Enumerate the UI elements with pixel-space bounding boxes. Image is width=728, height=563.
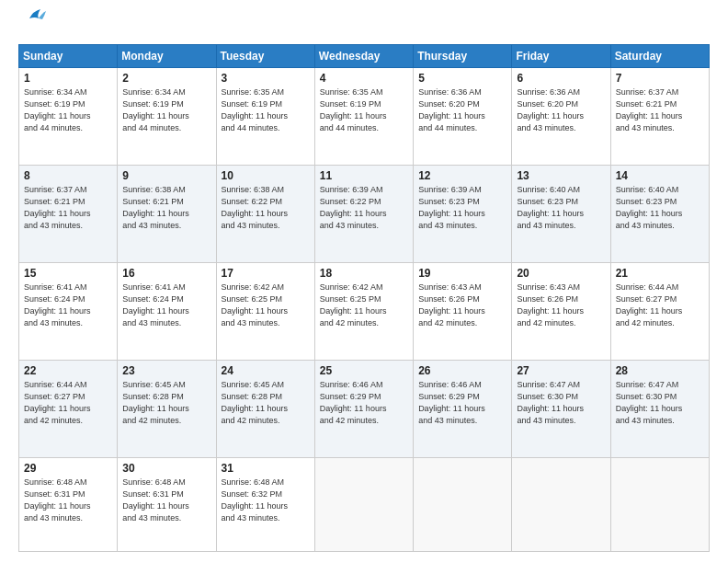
header xyxy=(18,17,710,35)
day-info: Sunrise: 6:44 AM Sunset: 6:27 PM Dayligh… xyxy=(24,379,112,427)
calendar-cell xyxy=(314,457,413,551)
day-info: Sunrise: 6:40 AM Sunset: 6:23 PM Dayligh… xyxy=(517,184,605,232)
calendar-cell: 2Sunrise: 6:34 AM Sunset: 6:19 PM Daylig… xyxy=(118,67,216,165)
calendar-cell: 15Sunrise: 6:41 AM Sunset: 6:24 PM Dayli… xyxy=(19,262,118,360)
calendar-cell: 13Sunrise: 6:40 AM Sunset: 6:23 PM Dayli… xyxy=(512,165,610,262)
calendar-cell: 10Sunrise: 6:38 AM Sunset: 6:22 PM Dayli… xyxy=(216,165,314,262)
calendar-cell: 19Sunrise: 6:43 AM Sunset: 6:26 PM Dayli… xyxy=(414,262,512,360)
calendar-cell xyxy=(610,457,709,551)
day-number: 29 xyxy=(24,462,112,475)
day-info: Sunrise: 6:47 AM Sunset: 6:30 PM Dayligh… xyxy=(517,379,605,427)
logo-bird-icon xyxy=(20,7,46,28)
day-info: Sunrise: 6:45 AM Sunset: 6:28 PM Dayligh… xyxy=(222,379,310,427)
day-info: Sunrise: 6:41 AM Sunset: 6:24 PM Dayligh… xyxy=(24,282,112,329)
day-number: 19 xyxy=(418,267,506,280)
day-number: 31 xyxy=(222,462,310,475)
calendar-cell: 27Sunrise: 6:47 AM Sunset: 6:30 PM Dayli… xyxy=(512,360,610,457)
day-number: 18 xyxy=(320,267,408,280)
day-info: Sunrise: 6:40 AM Sunset: 6:23 PM Dayligh… xyxy=(616,184,704,232)
calendar-body: 1Sunrise: 6:34 AM Sunset: 6:19 PM Daylig… xyxy=(19,67,710,551)
day-info: Sunrise: 6:48 AM Sunset: 6:31 PM Dayligh… xyxy=(24,477,112,524)
calendar-cell: 24Sunrise: 6:45 AM Sunset: 6:28 PM Dayli… xyxy=(216,360,314,457)
day-number: 30 xyxy=(122,462,210,475)
day-info: Sunrise: 6:48 AM Sunset: 6:31 PM Dayligh… xyxy=(122,477,210,524)
day-number: 22 xyxy=(24,364,112,377)
calendar-cell: 23Sunrise: 6:45 AM Sunset: 6:28 PM Dayli… xyxy=(118,360,216,457)
day-number: 14 xyxy=(616,169,704,182)
day-info: Sunrise: 6:43 AM Sunset: 6:26 PM Dayligh… xyxy=(418,282,506,329)
day-of-week-row: SundayMondayTuesdayWednesdayThursdayFrid… xyxy=(19,44,710,67)
day-number: 15 xyxy=(24,267,112,280)
calendar-cell: 11Sunrise: 6:39 AM Sunset: 6:22 PM Dayli… xyxy=(314,165,413,262)
calendar-cell: 1Sunrise: 6:34 AM Sunset: 6:19 PM Daylig… xyxy=(19,67,118,165)
day-number: 3 xyxy=(222,72,310,85)
day-of-week-header: Sunday xyxy=(19,44,118,67)
calendar-cell xyxy=(414,457,512,551)
calendar-cell: 30Sunrise: 6:48 AM Sunset: 6:31 PM Dayli… xyxy=(118,457,216,551)
day-number: 23 xyxy=(122,364,210,377)
day-number: 21 xyxy=(616,267,704,280)
day-number: 16 xyxy=(122,267,210,280)
day-info: Sunrise: 6:48 AM Sunset: 6:32 PM Dayligh… xyxy=(222,477,310,524)
calendar-cell: 4Sunrise: 6:35 AM Sunset: 6:19 PM Daylig… xyxy=(314,67,413,165)
day-info: Sunrise: 6:46 AM Sunset: 6:29 PM Dayligh… xyxy=(418,379,506,427)
day-number: 1 xyxy=(24,72,112,85)
day-number: 27 xyxy=(517,364,605,377)
calendar-cell: 28Sunrise: 6:47 AM Sunset: 6:30 PM Dayli… xyxy=(610,360,709,457)
day-info: Sunrise: 6:35 AM Sunset: 6:19 PM Dayligh… xyxy=(222,86,310,134)
day-number: 28 xyxy=(616,364,704,377)
calendar-cell: 8Sunrise: 6:37 AM Sunset: 6:21 PM Daylig… xyxy=(19,165,118,262)
day-number: 26 xyxy=(418,364,506,377)
day-number: 20 xyxy=(517,267,605,280)
day-info: Sunrise: 6:36 AM Sunset: 6:20 PM Dayligh… xyxy=(517,86,605,134)
day-number: 5 xyxy=(418,72,506,85)
day-info: Sunrise: 6:34 AM Sunset: 6:19 PM Dayligh… xyxy=(122,86,210,134)
day-number: 2 xyxy=(122,72,210,85)
day-info: Sunrise: 6:39 AM Sunset: 6:23 PM Dayligh… xyxy=(418,184,506,232)
calendar-cell: 31Sunrise: 6:48 AM Sunset: 6:32 PM Dayli… xyxy=(216,457,314,551)
calendar-cell: 29Sunrise: 6:48 AM Sunset: 6:31 PM Dayli… xyxy=(19,457,118,551)
calendar-cell xyxy=(512,457,610,551)
day-of-week-header: Saturday xyxy=(610,44,709,67)
calendar-cell: 16Sunrise: 6:41 AM Sunset: 6:24 PM Dayli… xyxy=(118,262,216,360)
calendar-cell: 17Sunrise: 6:42 AM Sunset: 6:25 PM Dayli… xyxy=(216,262,314,360)
day-number: 11 xyxy=(320,169,408,182)
day-of-week-header: Friday xyxy=(512,44,610,67)
day-info: Sunrise: 6:37 AM Sunset: 6:21 PM Dayligh… xyxy=(616,86,704,134)
day-of-week-header: Tuesday xyxy=(216,44,314,67)
day-number: 17 xyxy=(222,267,310,280)
day-number: 7 xyxy=(616,72,704,85)
day-info: Sunrise: 6:36 AM Sunset: 6:20 PM Dayligh… xyxy=(418,86,506,134)
day-info: Sunrise: 6:42 AM Sunset: 6:25 PM Dayligh… xyxy=(222,282,310,329)
day-number: 4 xyxy=(320,72,408,85)
day-info: Sunrise: 6:46 AM Sunset: 6:29 PM Dayligh… xyxy=(320,379,408,427)
calendar-cell: 12Sunrise: 6:39 AM Sunset: 6:23 PM Dayli… xyxy=(414,165,512,262)
day-number: 10 xyxy=(222,169,310,182)
day-info: Sunrise: 6:42 AM Sunset: 6:25 PM Dayligh… xyxy=(320,282,408,329)
calendar-cell: 6Sunrise: 6:36 AM Sunset: 6:20 PM Daylig… xyxy=(512,67,610,165)
calendar-cell: 25Sunrise: 6:46 AM Sunset: 6:29 PM Dayli… xyxy=(314,360,413,457)
calendar-cell: 3Sunrise: 6:35 AM Sunset: 6:19 PM Daylig… xyxy=(216,67,314,165)
day-of-week-header: Monday xyxy=(118,44,216,67)
day-number: 13 xyxy=(517,169,605,182)
day-info: Sunrise: 6:38 AM Sunset: 6:22 PM Dayligh… xyxy=(222,184,310,232)
calendar-cell: 20Sunrise: 6:43 AM Sunset: 6:26 PM Dayli… xyxy=(512,262,610,360)
day-info: Sunrise: 6:35 AM Sunset: 6:19 PM Dayligh… xyxy=(320,86,408,134)
calendar-cell: 26Sunrise: 6:46 AM Sunset: 6:29 PM Dayli… xyxy=(414,360,512,457)
calendar-cell: 22Sunrise: 6:44 AM Sunset: 6:27 PM Dayli… xyxy=(19,360,118,457)
page: SundayMondayTuesdayWednesdayThursdayFrid… xyxy=(0,0,728,563)
day-number: 8 xyxy=(24,169,112,182)
calendar-cell: 5Sunrise: 6:36 AM Sunset: 6:20 PM Daylig… xyxy=(414,67,512,165)
calendar-cell: 14Sunrise: 6:40 AM Sunset: 6:23 PM Dayli… xyxy=(610,165,709,262)
calendar-table: SundayMondayTuesdayWednesdayThursdayFrid… xyxy=(18,44,710,552)
day-info: Sunrise: 6:37 AM Sunset: 6:21 PM Dayligh… xyxy=(24,184,112,232)
day-info: Sunrise: 6:43 AM Sunset: 6:26 PM Dayligh… xyxy=(517,282,605,329)
day-info: Sunrise: 6:39 AM Sunset: 6:22 PM Dayligh… xyxy=(320,184,408,232)
logo xyxy=(18,17,46,35)
calendar-cell: 9Sunrise: 6:38 AM Sunset: 6:21 PM Daylig… xyxy=(118,165,216,262)
calendar-cell: 7Sunrise: 6:37 AM Sunset: 6:21 PM Daylig… xyxy=(610,67,709,165)
calendar-cell: 21Sunrise: 6:44 AM Sunset: 6:27 PM Dayli… xyxy=(610,262,709,360)
day-info: Sunrise: 6:34 AM Sunset: 6:19 PM Dayligh… xyxy=(24,86,112,134)
day-info: Sunrise: 6:41 AM Sunset: 6:24 PM Dayligh… xyxy=(122,282,210,329)
day-info: Sunrise: 6:47 AM Sunset: 6:30 PM Dayligh… xyxy=(616,379,704,427)
